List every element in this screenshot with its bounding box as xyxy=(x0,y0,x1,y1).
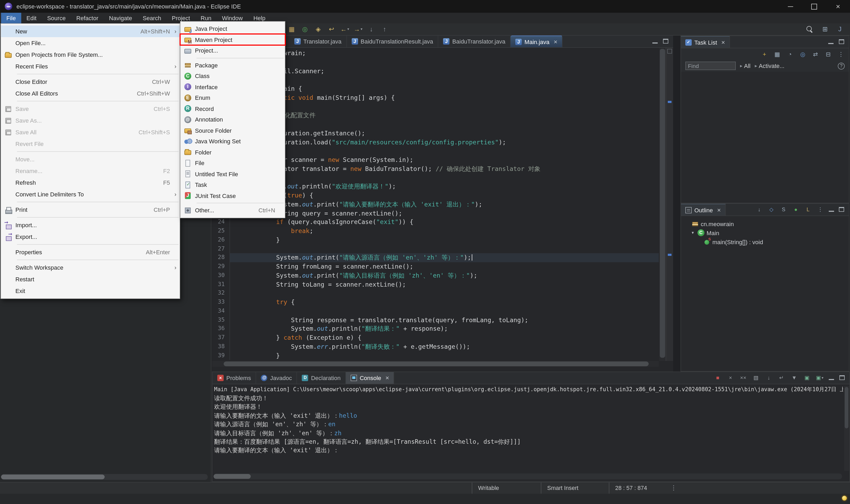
task-activate-link[interactable]: ▸Activate... xyxy=(755,62,785,69)
menu-item-enum[interactable]: Enum xyxy=(180,92,285,103)
menu-item-java-project[interactable]: Java Project xyxy=(180,23,285,34)
menu-item-open-projects-from-file-system[interactable]: Open Projects from File System... xyxy=(1,49,179,60)
help-icon[interactable]: ? xyxy=(838,62,845,69)
maximize-part-icon[interactable] xyxy=(662,38,670,44)
console-hscrollbar-thumb[interactable] xyxy=(213,474,251,479)
toolbar-view-menu-icon[interactable]: ⋮ xyxy=(815,205,825,214)
toolbar-terminate-icon[interactable]: ■ xyxy=(713,373,723,383)
toolbar-scroll-lock-icon[interactable]: ↓ xyxy=(764,373,774,383)
editor-vscrollbar[interactable] xyxy=(659,48,666,361)
package-explorer-hscrollbar-thumb[interactable] xyxy=(1,474,105,479)
menu-item-java-working-set[interactable]: Java Working Set xyxy=(180,136,285,147)
tab-problems[interactable]: Problems xyxy=(212,372,256,384)
toolbar-collapse-all-icon[interactable]: ⊟ xyxy=(823,49,833,59)
menu-item-convert-line-delimiters-to[interactable]: Convert Line Delimiters To› xyxy=(1,188,179,200)
menu-item-new[interactable]: NewAlt+Shift+N› xyxy=(1,25,179,37)
package-explorer-hscrollbar[interactable] xyxy=(1,474,208,480)
overview-cursor-marker[interactable] xyxy=(668,254,672,256)
toolbar-hide-static-icon[interactable]: S xyxy=(779,205,788,214)
menu-item-project[interactable]: Project... xyxy=(180,45,285,56)
overview-marker[interactable] xyxy=(668,101,672,103)
toolbar-hide-fields-icon[interactable]: ◇ xyxy=(767,205,776,214)
menu-edit[interactable]: Edit xyxy=(21,13,42,23)
minimize-window-icon[interactable] xyxy=(778,0,802,13)
toolbar-java-perspective-icon[interactable]: J xyxy=(835,24,845,34)
toolbar-pin-console-icon[interactable]: ▼ xyxy=(790,373,799,383)
outline-node-cn-meowrain[interactable]: cn.meowrain xyxy=(681,219,849,228)
close-outline-icon[interactable]: × xyxy=(717,206,721,214)
toolbar-new-task-icon[interactable]: + xyxy=(760,49,769,59)
editor-tab-baidutranslationresult-java[interactable]: BaiduTranslationResult.java xyxy=(347,36,438,47)
toolbar-word-wrap-icon[interactable]: ↵ xyxy=(777,373,786,383)
menu-item-class[interactable]: Class xyxy=(180,71,285,82)
toolbar-forward-icon[interactable]: →▾ xyxy=(353,24,363,34)
menu-item-annotation[interactable]: Annotation xyxy=(180,114,285,125)
menu-item-export[interactable]: Export... xyxy=(1,231,179,242)
menu-item-untitled-text-file[interactable]: Untitled Text File xyxy=(180,168,285,179)
toolbar-hide-non-public-icon[interactable]: ● xyxy=(791,205,801,214)
task-filter-all-link[interactable]: ▸All xyxy=(740,62,751,69)
toolbar-back-icon[interactable]: ←▾ xyxy=(340,24,350,34)
menu-item-file[interactable]: File xyxy=(180,158,285,168)
tab-console[interactable]: Console× xyxy=(346,372,395,384)
menu-item-maven-project[interactable]: Maven Project xyxy=(180,34,285,45)
close-task-list-icon[interactable]: × xyxy=(722,38,725,46)
toolbar-focus-workweek-icon[interactable]: ◎ xyxy=(798,49,808,59)
toolbar-open-perspective-icon[interactable]: ⊞ xyxy=(820,24,830,34)
toolbar-next-annotation-icon[interactable]: ↓ xyxy=(367,24,376,34)
editor-hscrollbar[interactable] xyxy=(212,361,659,367)
editor-tab-translator-java[interactable]: Translator.java xyxy=(290,36,347,47)
tab-javadoc[interactable]: Javadoc xyxy=(256,372,297,384)
toolbar-open-type-icon[interactable]: ◈ xyxy=(313,24,323,34)
toolbar-scheduled-icon[interactable]: ◔ xyxy=(785,49,795,59)
menu-item-properties[interactable]: PropertiesAlt+Enter xyxy=(1,246,179,258)
outline-node-main-string-void[interactable]: main(String[]) : void xyxy=(681,237,849,246)
menu-item-exit[interactable]: Exit xyxy=(1,285,179,297)
menu-item-close-editor[interactable]: Close EditorCtrl+W xyxy=(1,76,179,88)
menu-item-interface[interactable]: Interface xyxy=(180,82,285,92)
editor-tab-main-java[interactable]: Main.java× xyxy=(510,36,562,47)
maximize-part-icon[interactable] xyxy=(838,375,846,381)
toolbar-search-icon[interactable] xyxy=(805,25,815,33)
menu-search[interactable]: Search xyxy=(137,13,167,23)
menu-item-refresh[interactable]: RefreshF5 xyxy=(1,177,179,188)
menu-item-restart[interactable]: Restart xyxy=(1,273,179,285)
toolbar-view-menu-icon[interactable]: ⋮ xyxy=(836,49,846,59)
menu-navigate[interactable]: Navigate xyxy=(104,13,137,23)
menu-item-recent-files[interactable]: Recent Files› xyxy=(1,60,179,72)
editor-hscrollbar-thumb[interactable] xyxy=(224,361,649,366)
editor-tab-baidutranslator-java[interactable]: BaiduTranslator.java xyxy=(438,36,511,47)
toolbar-new-class-icon[interactable]: ◎ xyxy=(300,24,310,34)
menu-item-task[interactable]: Task xyxy=(180,179,285,190)
toolbar-link-with-editor-icon[interactable]: ⇄ xyxy=(811,49,820,59)
close-window-icon[interactable]: × xyxy=(826,0,850,13)
menu-item-package[interactable]: Package xyxy=(180,60,285,71)
maximize-part-icon[interactable] xyxy=(838,206,845,213)
toolbar-hide-local-types-icon[interactable]: L xyxy=(803,205,813,214)
toolbar-open-console-icon[interactable]: ▣▾ xyxy=(815,373,825,383)
annotation-filter-icon[interactable] xyxy=(667,49,672,54)
toolbar-display-console-icon[interactable]: ▣ xyxy=(802,373,812,383)
menu-refactor[interactable]: Refactor xyxy=(71,13,104,23)
minimize-part-icon[interactable] xyxy=(828,375,835,381)
toolbar-previous-annotation-icon[interactable]: ↑ xyxy=(380,24,389,34)
menu-item-print[interactable]: PrintCtrl+P xyxy=(1,204,179,216)
console-output[interactable]: 读取配置文件成功！欢迎使用翻译器！请输入要翻译的文本（输入 'exit' 退出）… xyxy=(214,394,843,471)
menu-item-close-all-editors[interactable]: Close All EditorsCtrl+Shift+W xyxy=(1,88,179,99)
minimize-part-icon[interactable] xyxy=(827,39,835,45)
outline-node-main[interactable]: ▾Main xyxy=(681,228,849,237)
menu-item-source-folder[interactable]: Source Folder xyxy=(180,125,285,136)
notification-lightbulb-icon[interactable] xyxy=(842,496,847,500)
maximize-part-icon[interactable] xyxy=(838,39,845,45)
menu-item-junit-test-case[interactable]: JUnit Test Case xyxy=(180,190,285,201)
maximize-window-icon[interactable] xyxy=(802,0,826,13)
toolbar-remove-launch-icon[interactable]: × xyxy=(726,373,735,383)
statusbar-overflow-icon[interactable]: ⋮ xyxy=(671,484,677,492)
close-tab-icon[interactable]: × xyxy=(554,38,557,46)
tab-declaration[interactable]: Declaration xyxy=(297,372,346,384)
menu-source[interactable]: Source xyxy=(42,13,71,23)
minimize-part-icon[interactable] xyxy=(828,206,835,213)
tab-outline[interactable]: Outline × xyxy=(681,204,726,216)
console-hscrollbar[interactable] xyxy=(213,473,842,479)
minimize-part-icon[interactable] xyxy=(651,38,659,44)
